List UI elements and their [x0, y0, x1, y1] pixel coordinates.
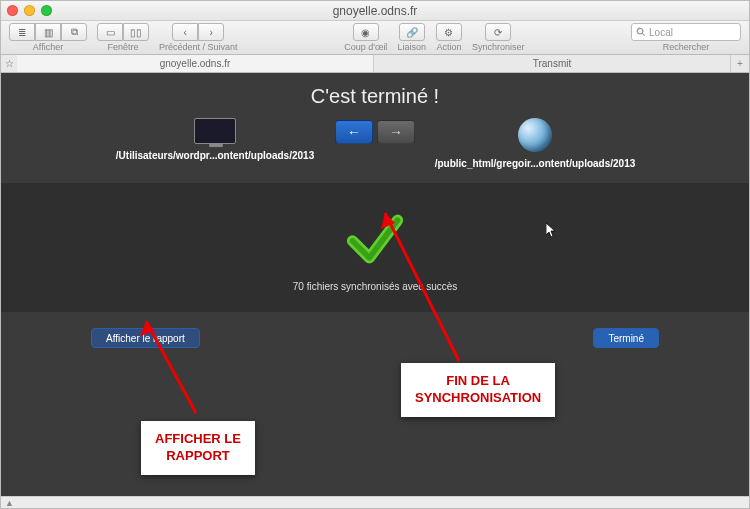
button-row: Afficher le rapport Terminé [1, 312, 749, 348]
toolbar: ≣ ▥ ⧉ Afficher ▭ ▯▯ Fenêtre ‹ › Précéden… [1, 21, 749, 55]
single-pane-button[interactable]: ▭ [97, 23, 123, 41]
quicklook-group: ◉ Coup d'œil [344, 23, 387, 52]
local-column: /Utilisateurs/wordpr...ontent/uploads/20… [95, 118, 335, 161]
arrow-left-button[interactable]: ← [335, 120, 373, 144]
globe-icon [518, 118, 552, 152]
paths-row: /Utilisateurs/wordpr...ontent/uploads/20… [1, 118, 749, 169]
search-group: Local Rechercher [631, 23, 741, 52]
local-path: /Utilisateurs/wordpr...ontent/uploads/20… [116, 150, 314, 161]
annotation-finish: FIN DE LASYNCHRONISATION [401, 363, 555, 417]
done-button[interactable]: Terminé [593, 328, 659, 348]
dual-pane-button[interactable]: ▯▯ [123, 23, 149, 41]
search-icon [636, 27, 646, 37]
link-button[interactable]: 🔗 [399, 23, 425, 41]
favorites-icon[interactable]: ☆ [1, 58, 17, 69]
search-input[interactable]: Local [631, 23, 741, 41]
back-button[interactable]: ‹ [172, 23, 198, 41]
window-title: gnoyelle.odns.fr [1, 4, 749, 18]
heading: C'est terminé ! [1, 73, 749, 114]
remote-column: /public_html/gregoir...ontent/uploads/20… [415, 118, 655, 169]
show-report-button[interactable]: Afficher le rapport [91, 328, 200, 348]
action-group: ⚙ Action [436, 23, 462, 52]
sync-group: ⟳ Synchroniser [472, 23, 525, 52]
view-list-button[interactable]: ≣ [9, 23, 35, 41]
tab-host[interactable]: gnoyelle.odns.fr [17, 55, 374, 72]
computer-icon [194, 118, 236, 144]
main-content: C'est terminé ! /Utilisateurs/wordpr...o… [1, 73, 749, 496]
status-bar: ▲ [1, 496, 749, 508]
sync-button[interactable]: ⟳ [485, 23, 511, 41]
tab-app[interactable]: Transmit [374, 55, 731, 72]
forward-button[interactable]: › [198, 23, 224, 41]
annotation-report: AFFICHER LERAPPORT [141, 421, 255, 475]
action-button[interactable]: ⚙ [436, 23, 462, 41]
cursor-icon [546, 223, 558, 241]
status-band: 70 fichiers synchronisés avec succès [1, 183, 749, 312]
view-group: ≣ ▥ ⧉ Afficher [9, 23, 87, 52]
window-group: ▭ ▯▯ Fenêtre [97, 23, 149, 52]
status-text: 70 fichiers synchronisés avec succès [293, 281, 458, 292]
arrow-right-button[interactable]: → [377, 120, 415, 144]
titlebar: gnoyelle.odns.fr [1, 1, 749, 21]
remote-path: /public_html/gregoir...ontent/uploads/20… [435, 158, 636, 169]
link-group: 🔗 Liaison [397, 23, 426, 52]
checkmark-icon [345, 209, 405, 271]
app-window: gnoyelle.odns.fr ≣ ▥ ⧉ Afficher ▭ ▯▯ Fen… [0, 0, 750, 509]
view-column-button[interactable]: ▥ [35, 23, 61, 41]
tab-bar: ☆ gnoyelle.odns.fr Transmit + [1, 55, 749, 73]
direction-arrows: ← → [335, 120, 415, 144]
quicklook-button[interactable]: ◉ [353, 23, 379, 41]
view-coverflow-button[interactable]: ⧉ [61, 23, 87, 41]
new-tab-button[interactable]: + [731, 58, 749, 69]
nav-group: ‹ › Précédent / Suivant [159, 23, 238, 52]
